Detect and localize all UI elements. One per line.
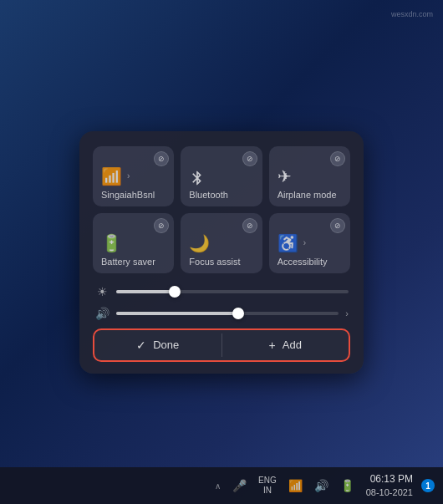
taskbar: ∧ 🎤 ENGIN 📶 🔊 🔋 06:13 PM 08-10-2021 1	[0, 467, 443, 504]
taskbar-time-label: 06:13 PM	[366, 473, 413, 486]
tiles-grid: ⊘ 📶 › SingaiahBsnl ⊘ Bluetooth ⊘ ✈ Airpl…	[93, 146, 350, 273]
taskbar-chevron-icon: ∧	[215, 481, 221, 491]
taskbar-date-label: 08-10-2021	[366, 486, 413, 498]
tile-arrow-wifi: ›	[127, 171, 130, 181]
tile-label-wifi: SingaiahBsnl	[101, 190, 165, 200]
done-button[interactable]: ✓ Done	[94, 330, 222, 360]
done-label: Done	[153, 339, 179, 351]
tile-airplane[interactable]: ⊘ ✈ Airplane mode	[269, 146, 350, 206]
taskbar-volume-item[interactable]: 🔊	[311, 477, 332, 494]
tile-icon-bluetooth	[189, 170, 253, 186]
volume-slider-row: 🔊 ›	[93, 307, 350, 320]
taskbar-mic-item[interactable]: 🎤	[229, 477, 250, 494]
taskbar-wifi-icon: 📶	[288, 479, 303, 492]
tile-accessibility[interactable]: ⊘ ♿ › Accessibility	[269, 213, 350, 273]
taskbar-battery-icon: 🔋	[340, 479, 354, 492]
tile-arrow-accessibility: ›	[303, 238, 306, 247]
taskbar-lang-label: ENGIN	[258, 476, 277, 496]
disabled-badge-accessibility: ⊘	[330, 218, 345, 233]
tile-battery[interactable]: ⊘ 🔋 Battery saver	[93, 213, 174, 273]
brightness-icon: ☀	[94, 285, 109, 298]
disabled-badge-airplane: ⊘	[330, 151, 345, 166]
tile-icon-airplane: ✈	[278, 166, 342, 186]
done-check-icon: ✓	[136, 339, 146, 352]
brightness-thumb[interactable]	[169, 286, 181, 298]
brightness-slider-row: ☀	[93, 285, 350, 298]
quick-settings-panel: ⊘ 📶 › SingaiahBsnl ⊘ Bluetooth ⊘ ✈ Airpl…	[79, 131, 364, 374]
volume-arrow-icon[interactable]: ›	[345, 308, 349, 318]
taskbar-datetime-item[interactable]: 06:13 PM 08-10-2021	[363, 471, 416, 500]
action-bar: ✓ Done + Add	[93, 328, 350, 362]
taskbar-notification-badge[interactable]: 1	[421, 479, 435, 492]
tile-icon-battery: 🔋	[101, 233, 165, 253]
tile-focus[interactable]: ⊘ 🌙 Focus assist	[181, 213, 262, 273]
tile-label-airplane: Airplane mode	[278, 190, 342, 200]
disabled-badge-focus: ⊘	[242, 218, 257, 233]
disabled-badge-wifi: ⊘	[154, 151, 169, 166]
tile-label-focus: Focus assist	[189, 257, 253, 267]
add-label: Add	[283, 339, 302, 351]
disabled-badge-battery: ⊘	[154, 218, 169, 233]
tile-bluetooth[interactable]: ⊘ Bluetooth	[181, 146, 262, 206]
tile-icon-focus: 🌙	[189, 233, 253, 253]
tile-icon-wifi: 📶 ›	[101, 166, 165, 186]
add-plus-icon: +	[269, 339, 276, 352]
taskbar-wifi-item[interactable]: 📶	[285, 477, 306, 494]
volume-icon: 🔊	[94, 307, 109, 320]
tile-label-battery: Battery saver	[101, 257, 165, 267]
tile-icon-accessibility: ♿ ›	[278, 233, 342, 253]
watermark: wesxdn.com	[391, 10, 433, 18]
taskbar-mic-icon: 🎤	[232, 479, 247, 492]
volume-track[interactable]	[116, 312, 339, 315]
volume-thumb[interactable]	[232, 308, 244, 319]
taskbar-battery-item[interactable]: 🔋	[337, 477, 358, 494]
taskbar-lang-item[interactable]: ENGIN	[255, 474, 280, 497]
tile-label-bluetooth: Bluetooth	[189, 190, 253, 200]
disabled-badge-bluetooth: ⊘	[242, 151, 257, 166]
brightness-track[interactable]	[116, 290, 349, 293]
taskbar-chevron-item[interactable]: ∧	[211, 480, 224, 492]
brightness-fill	[116, 290, 175, 293]
tile-label-accessibility: Accessibility	[278, 257, 342, 267]
tile-wifi[interactable]: ⊘ 📶 › SingaiahBsnl	[93, 146, 174, 206]
add-button[interactable]: + Add	[222, 330, 349, 360]
taskbar-volume-icon: 🔊	[314, 479, 328, 492]
volume-fill	[116, 312, 238, 315]
